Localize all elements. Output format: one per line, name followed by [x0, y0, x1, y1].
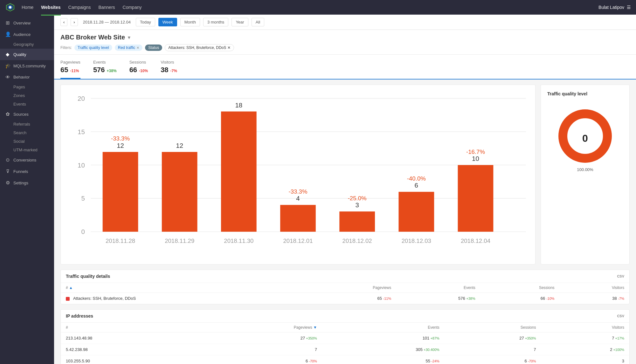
metric-events-change: +38%: [107, 69, 117, 73]
col-sessions[interactable]: Sessions: [480, 283, 560, 293]
metric-sessions[interactable]: Sessions 66-10%: [129, 60, 148, 79]
svg-text:10: 10: [472, 155, 479, 162]
prev-period-button[interactable]: ‹: [60, 18, 67, 26]
metric-sessions-label: Sessions: [129, 60, 148, 65]
metric-visitors-change: -7%: [170, 69, 177, 73]
ip-table-title: IP addresses: [66, 313, 93, 319]
ip-csv-button[interactable]: CSV: [617, 314, 624, 318]
sidebar-item-funnels[interactable]: ⊽ Funnels: [0, 166, 54, 177]
sidebar-item-mql5[interactable]: 🎓 MQL5.community: [0, 60, 54, 72]
nav-websites[interactable]: Websites: [41, 3, 60, 11]
bar-20181130[interactable]: [221, 112, 257, 232]
quality-table-header: Traffic quality details CSV: [61, 270, 629, 283]
col-hash: # ▲: [61, 283, 308, 293]
svg-text:-33.3%: -33.3%: [111, 135, 130, 142]
svg-text:12: 12: [117, 142, 124, 149]
table-row: 103.255.5.90 6 -70% 55 -24% 6 -70% 3: [61, 355, 629, 364]
donut-section: Traffic quality level 0 100.00%: [541, 85, 630, 264]
content-area: 20 15 10 5 0 12 -33.3% 2018.11: [54, 79, 636, 270]
sidebar-item-social[interactable]: Social: [0, 137, 54, 146]
ip-col-visitors[interactable]: Visitors: [541, 323, 629, 333]
sidebar-item-utm[interactable]: UTM-marked: [0, 146, 54, 154]
sidebar-item-zones[interactable]: Zones: [0, 91, 54, 100]
nav-banners[interactable]: Banners: [98, 3, 115, 11]
next-period-button[interactable]: ›: [71, 18, 78, 26]
sidebar-item-settings[interactable]: ⚙ Settings: [0, 177, 54, 189]
svg-text:5: 5: [81, 195, 85, 202]
metric-sessions-change: -10%: [139, 69, 148, 73]
quality-table-header-row: # ▲ Pageviews Events Sessions Visitors: [61, 283, 629, 293]
site-dropdown-icon[interactable]: ▼: [127, 35, 131, 40]
nav-home[interactable]: Home: [22, 3, 33, 11]
filters-row: Filters: Traffic quality level Red traff…: [60, 44, 630, 54]
quality-csv-button[interactable]: CSV: [617, 274, 624, 278]
period-today-button[interactable]: Today: [136, 18, 155, 26]
bar-chart: 20 15 10 5 0 12 -33.3% 2018.11: [67, 91, 529, 258]
svg-text:3: 3: [355, 201, 359, 209]
svg-text:20: 20: [78, 95, 85, 102]
nav-campaigns[interactable]: Campaigns: [68, 3, 91, 11]
sidebar-label-overview: Overview: [13, 21, 31, 25]
sidebar-item-quality[interactable]: ◆ Quality: [0, 49, 54, 60]
ip-col-events[interactable]: Events: [322, 323, 445, 333]
period-3months-button[interactable]: 3 months: [203, 18, 228, 26]
filter-red-remove[interactable]: ✕: [136, 46, 139, 50]
status-badge: Status: [145, 45, 162, 51]
col-visitors[interactable]: Visitors: [560, 283, 629, 293]
sidebar-item-sources[interactable]: ✿ Sources: [0, 108, 54, 120]
bar-20181201[interactable]: [280, 205, 316, 232]
behavior-icon: 👁: [5, 74, 10, 80]
vi-cell: 38 -7%: [560, 293, 629, 304]
sidebar-item-overview[interactable]: ⊞ Overview: [0, 17, 54, 29]
attacker-label: Attackers: SSH, Bruteforce, DDoS: [73, 296, 136, 301]
period-year-button[interactable]: Year: [232, 18, 248, 26]
sidebar-item-events[interactable]: Events: [0, 100, 54, 108]
sidebar-item-referrals[interactable]: Referrals: [0, 120, 54, 128]
svg-point-2: [9, 6, 11, 9]
top-navigation: Home Websites Campaigns Banners Company …: [0, 0, 636, 15]
conversions-icon: ⊙: [5, 157, 10, 163]
sidebar-item-search[interactable]: Search: [0, 128, 54, 137]
table-row: Attackers: SSH, Bruteforce, DDoS 65 -11%…: [61, 293, 629, 304]
sidebar-item-audience[interactable]: 👤 Audience: [0, 29, 54, 40]
ip-address: 103.255.5.90: [61, 355, 201, 364]
bar-20181202[interactable]: [339, 211, 375, 232]
main-content: ‹ › 2018.11.28 — 2018.12.04 Today Week M…: [54, 15, 636, 364]
period-all-button[interactable]: All: [252, 18, 264, 26]
ip-col-sessions[interactable]: Sessions: [445, 323, 541, 333]
col-events[interactable]: Events: [396, 283, 480, 293]
metrics-row: Pageviews 65-11% Events 576+38% Sessions…: [54, 55, 636, 79]
metric-events[interactable]: Events 576+38%: [93, 60, 117, 79]
sidebar-item-geography[interactable]: Geography: [0, 40, 54, 49]
svg-text:10: 10: [78, 161, 85, 169]
col-pageviews[interactable]: Pageviews: [308, 283, 397, 293]
metric-pageviews[interactable]: Pageviews 65-11%: [60, 60, 80, 79]
app-logo: [5, 2, 15, 12]
nav-company[interactable]: Company: [123, 3, 142, 11]
bar-20181129[interactable]: [162, 152, 197, 232]
sidebar-item-behavior[interactable]: 👁 Behavior: [0, 72, 54, 83]
sidebar-label-conversions: Conversions: [13, 158, 36, 162]
metric-visitors[interactable]: Visitors 38-7%: [161, 60, 177, 79]
ip-col-pageviews[interactable]: Pageviews ▼: [201, 323, 322, 333]
quality-table-title: Traffic quality details: [66, 274, 110, 279]
sidebar-item-conversions[interactable]: ⊙ Conversions: [0, 154, 54, 166]
status-filter-remove[interactable]: ✕: [227, 45, 231, 50]
user-menu-icon[interactable]: ☰: [627, 5, 631, 10]
filters-label: Filters:: [60, 45, 72, 50]
metric-sessions-value: 66-10%: [129, 66, 148, 74]
bar-20181204[interactable]: [458, 165, 494, 232]
ip-ev: 305 +30.400%: [322, 344, 445, 355]
ip-pv: 27 +350%: [201, 333, 322, 344]
ip-vi: 2 +100%: [541, 344, 629, 355]
ip-se: 6 -70%: [445, 355, 541, 364]
sidebar-item-pages[interactable]: Pages: [0, 83, 54, 91]
bar-20181128[interactable]: [103, 152, 138, 232]
period-week-button[interactable]: Week: [158, 18, 177, 26]
svg-text:2018.11.28: 2018.11.28: [106, 237, 135, 244]
user-name: Bulat Latipov: [598, 5, 624, 10]
sources-icon: ✿: [5, 111, 10, 117]
funnels-icon: ⊽: [5, 168, 10, 174]
bar-20181203[interactable]: [398, 192, 434, 231]
period-month-button[interactable]: Month: [180, 18, 200, 26]
